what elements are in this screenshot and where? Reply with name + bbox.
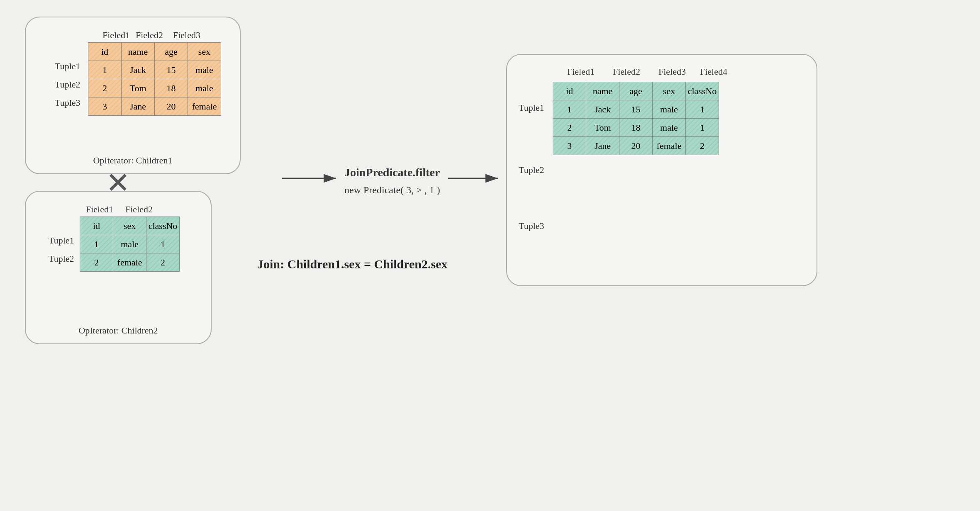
r-r3-c2: Jane [586,137,619,155]
c1-h-sex: sex [188,43,221,61]
join-predicate-label: JoinPredicate.filter [344,166,440,179]
r-row3-label: Tuple3 [519,221,544,231]
c2-r2-c1: 2 [80,253,113,272]
r-r2-c2: Tom [586,119,619,137]
c1-row1-label: Tuple1 [55,61,80,72]
children2-caption: OpIterator: Children2 [78,325,158,336]
r-r1-c3: 15 [619,100,653,119]
children2-row2: 2 female 2 [80,253,180,272]
c1-r1-c1: 1 [88,61,122,79]
c1-r3-c3: 20 [155,97,188,116]
c2-row2-label: Tuple2 [49,253,74,264]
result-box: Fieled1 Fieled2 Fieled3 Fieled4 id name … [506,54,817,286]
children1-field2-header: Fieled2 [136,30,163,41]
r-h-name: name [586,82,619,100]
children1-box: Fieled1 Fieled2 Fieled3 id name age sex … [25,17,241,174]
children1-field1-header: Fieled1 [102,30,130,41]
result-field4-header: Fieled4 [700,66,727,77]
c1-r2-c1: 2 [88,79,122,97]
result-row1: 1 Jack 15 male 1 [553,100,719,119]
c2-r2-c3: 2 [146,253,180,272]
children1-row3: 3 Jane 20 female [88,97,221,116]
c1-h-name: name [122,43,155,61]
children1-row2: 2 Tom 18 male [88,79,221,97]
r-r3-c5: 2 [686,137,719,155]
c1-r1-c2: Jack [122,61,155,79]
r-h-age: age [619,82,653,100]
c2-h-classno: classNo [146,217,180,235]
r-r1-c4: male [653,100,686,119]
r-r1-c5: 1 [686,100,719,119]
c2-r2-c2: female [113,253,146,272]
c1-row3-label: Tuple3 [55,97,80,108]
r-row2-label: Tuple2 [519,165,544,175]
r-r2-c3: 18 [619,119,653,137]
children2-row1: 1 male 1 [80,235,180,253]
r-r3-c4: female [653,137,686,155]
c1-r2-c3: 18 [155,79,188,97]
c2-r1-c3: 1 [146,235,180,253]
r-h-classno: classNo [686,82,719,100]
children1-table: id name age sex 1 Jack 15 male 2 Tom 18 … [88,42,221,116]
c1-r1-c3: 15 [155,61,188,79]
c1-h-age: age [155,43,188,61]
children1-header-row: id name age sex [88,43,221,61]
result-row3: 3 Jane 20 female 2 [553,137,719,155]
c1-r1-c4: male [188,61,221,79]
children2-box: Fieled1 Fieled2 id sex classNo 1 male 1 … [25,191,212,344]
c1-r3-c1: 3 [88,97,122,116]
c2-r1-c2: male [113,235,146,253]
join-condition-label: Join: Children1.sex = Children2.sex [257,257,448,271]
result-field1-header: Fieled1 [567,66,595,77]
result-row2: 2 Tom 18 male 1 [553,119,719,137]
r-r2-c5: 1 [686,119,719,137]
r-r1-c1: 1 [553,100,586,119]
c2-h-sex: sex [113,217,146,235]
children1-field3-header: Fieled3 [173,30,200,41]
children1-caption: OpIterator: Children1 [93,155,172,166]
c1-h-id: id [88,43,122,61]
r-h-sex: sex [653,82,686,100]
new-predicate-label: new Predicate( 3, > , 1 ) [344,185,440,196]
r-r3-c3: 20 [619,137,653,155]
children2-table: id sex classNo 1 male 1 2 female 2 [80,217,180,272]
c1-r2-c2: Tom [122,79,155,97]
result-table: id name age sex classNo 1 Jack 15 male 1… [553,82,719,155]
children2-field1-header: Fieled1 [86,204,113,215]
children2-field2-header: Fieled2 [125,204,153,215]
r-h-id: id [553,82,586,100]
r-r1-c2: Jack [586,100,619,119]
r-row1-label: Tuple1 [519,102,544,113]
c1-r3-c4: female [188,97,221,116]
children1-row1: 1 Jack 15 male [88,61,221,79]
c1-row2-label: Tuple2 [55,79,80,90]
c2-r1-c1: 1 [80,235,113,253]
result-field2-header: Fieled2 [613,66,640,77]
c2-h-id: id [80,217,113,235]
c1-r3-c2: Jane [122,97,155,116]
c2-row1-label: Tuple1 [49,235,74,246]
r-r3-c1: 3 [553,137,586,155]
result-header-row: id name age sex classNo [553,82,719,100]
c1-r2-c4: male [188,79,221,97]
result-field3-header: Fieled3 [658,66,686,77]
cross-symbol: ✕ [106,166,130,200]
r-r2-c1: 2 [553,119,586,137]
r-r2-c4: male [653,119,686,137]
children2-header-row: id sex classNo [80,217,180,235]
